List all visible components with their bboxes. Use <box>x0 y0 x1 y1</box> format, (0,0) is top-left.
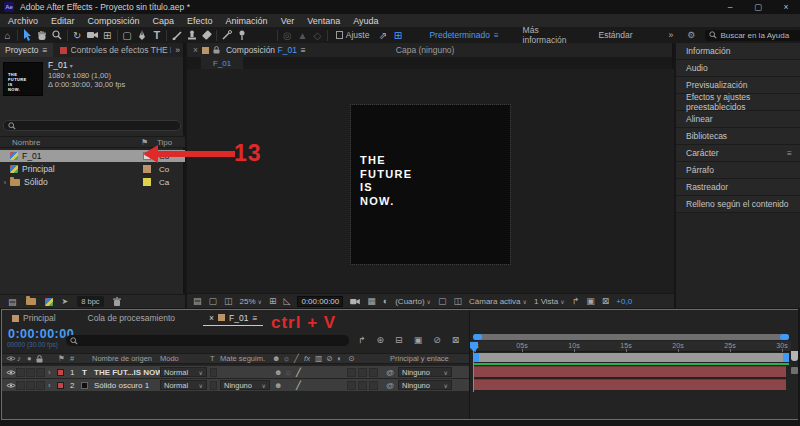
viewer-timecode[interactable]: 0:00:00:00 <box>297 296 343 307</box>
panel-menu-icon[interactable]: ≡ <box>787 148 792 158</box>
panel-alinear[interactable]: Alinear <box>676 111 800 128</box>
3d-switch-icon[interactable]: ⊙ <box>348 354 355 363</box>
close-tab-icon[interactable]: × <box>193 45 198 55</box>
rotate-tool-icon[interactable]: ↻ <box>70 28 85 42</box>
parent-pickwhip-icon[interactable]: @ <box>386 366 394 378</box>
panel-informacion[interactable]: Información <box>676 43 800 60</box>
panel-rastreador[interactable]: Rastreador <box>676 179 800 196</box>
hand-tool-icon[interactable] <box>35 28 50 42</box>
menu-archivo[interactable]: Archivo <box>8 16 38 26</box>
lock-cell[interactable] <box>36 366 45 378</box>
tab-composicion[interactable]: Composición F_01 <box>226 45 297 55</box>
panel-audio[interactable]: Audio <box>676 60 800 77</box>
matte-t-cell[interactable] <box>210 379 217 391</box>
text-layer[interactable]: THE FUTURE IS NOW. <box>360 154 412 208</box>
eye-icon[interactable] <box>6 366 16 378</box>
tab-proyecto[interactable]: Proyecto ≡ <box>0 43 53 57</box>
timeline-timecode[interactable]: 0:00:00:00 <box>8 327 74 341</box>
label-column-icon[interactable]: ⚑ <box>58 354 65 363</box>
mode-dropdown[interactable]: Normal∨ <box>160 379 207 391</box>
switch-cell[interactable] <box>369 366 378 378</box>
monitor-icon[interactable]: ▢ <box>209 296 218 306</box>
tab-principal[interactable]: Principal <box>23 313 56 323</box>
work-area-end-handle[interactable] <box>783 353 789 362</box>
parent-dropdown[interactable]: Ninguno∨ <box>398 379 452 391</box>
menu-composicion[interactable]: Composición <box>88 16 140 26</box>
matte-t-cell[interactable] <box>210 366 217 378</box>
workspace-mas-informacion[interactable]: Más información <box>523 25 575 45</box>
timeline-search-input[interactable] <box>66 335 349 346</box>
panel-bibliotecas[interactable]: Bibliotecas <box>676 128 800 145</box>
region-of-interest-icon[interactable]: ▢ <box>438 296 447 306</box>
tab-capa[interactable]: Capa (ninguno) <box>396 45 455 55</box>
timeline-nav-scrollbar[interactable] <box>473 334 789 340</box>
expander-icon[interactable]: › <box>0 179 10 186</box>
label-swatch[interactable] <box>57 366 64 378</box>
send-icon[interactable]: ➤ <box>62 297 69 306</box>
brush-tool-icon[interactable] <box>169 28 184 42</box>
roto-brush-tool-icon[interactable] <box>219 28 234 42</box>
expand-icon[interactable]: ⇗ <box>375 28 390 42</box>
project-search-input[interactable] <box>3 120 181 131</box>
shy-icon[interactable]: ☻ <box>274 366 282 378</box>
transparency-grid-icon[interactable]: ▦ <box>367 296 376 306</box>
shy-icon[interactable]: ☻ <box>274 379 282 391</box>
footage-icon[interactable]: ▤ <box>8 297 17 307</box>
camera-tool-icon[interactable] <box>85 28 100 42</box>
menu-capa[interactable]: Capa <box>153 16 175 26</box>
switch-cell[interactable] <box>358 366 367 378</box>
tab-f01-active[interactable]: × F_01 ≡ <box>203 310 263 326</box>
item-name[interactable]: F_01 ▾ <box>48 60 73 70</box>
workspace-overflow-icon[interactable]: » <box>669 30 674 40</box>
close-tab-icon[interactable]: × <box>209 313 214 323</box>
panel-menu-icon[interactable]: ≡ <box>301 45 306 55</box>
mini-flowchart-icon[interactable]: ↱ <box>358 335 366 345</box>
menu-editar[interactable]: Editar <box>51 16 75 26</box>
panel-relleno-contenido[interactable]: Relleno según el contenido <box>676 196 800 213</box>
tab-overflow-icon[interactable]: » <box>175 45 180 55</box>
frame-blending-icon[interactable]: ▣ <box>414 335 423 345</box>
parent-link-column[interactable]: Principal y enlace <box>390 354 449 363</box>
lock-cell[interactable] <box>36 379 45 391</box>
workspace-predeterminado[interactable]: Predeterminado <box>429 30 489 40</box>
nav-handle-right[interactable] <box>780 334 789 340</box>
mask-visibility-icon[interactable]: ◺ <box>284 296 291 306</box>
matte-t-column[interactable]: T <box>210 354 215 363</box>
mode-column[interactable]: Modo <box>160 354 179 363</box>
draft-3d-icon[interactable]: ⊛ <box>377 335 385 345</box>
workspace-settings-icon[interactable]: ⚙ <box>687 30 695 40</box>
layer-bar-1[interactable] <box>473 366 786 377</box>
flowchart-icon[interactable]: ⊠ <box>602 296 610 306</box>
solo-cell[interactable] <box>26 366 35 378</box>
switch-cell[interactable] <box>358 379 367 391</box>
stamp-tool-icon[interactable] <box>184 28 199 42</box>
column-nombre[interactable]: Nombre <box>0 138 141 147</box>
exposure-value[interactable]: +0,0 <box>616 297 632 306</box>
view-layout-dropdown[interactable]: 1 Vista∨ <box>534 297 565 306</box>
composition-canvas[interactable]: THE FUTURE IS NOW. <box>351 105 510 264</box>
expander-icon[interactable]: › <box>48 366 51 378</box>
label-swatch[interactable] <box>143 165 151 173</box>
timeline-button-icon[interactable]: ▣ <box>586 296 595 306</box>
source-name-column[interactable]: Nombre de origen <box>92 354 152 363</box>
hide-shy-icon[interactable]: ⊟ <box>395 335 403 345</box>
label-swatch[interactable] <box>57 379 64 391</box>
eye-icon[interactable] <box>6 379 16 391</box>
motion-blur-icon[interactable]: ⊘ <box>433 335 441 345</box>
workspace-menu-icon[interactable]: ≡ <box>494 31 499 40</box>
pan-behind-tool-icon[interactable]: ⊞ <box>100 28 115 42</box>
menu-ventana[interactable]: Ventana <box>307 16 340 26</box>
switch-cell[interactable] <box>347 366 356 378</box>
number-column[interactable]: # <box>70 354 74 363</box>
shy-switch-icon[interactable]: ☻ <box>272 354 280 363</box>
close-button[interactable]: × <box>772 0 800 14</box>
collapse-switch-icon[interactable]: ☼ <box>283 354 290 363</box>
layer-name[interactable]: Sólido oscuro 1 <box>94 379 149 391</box>
snapshot-icon[interactable]: ▤ <box>193 296 202 306</box>
quality-switch-icon[interactable]: ╱ <box>294 354 299 363</box>
trash-icon[interactable] <box>113 297 121 307</box>
menu-ver[interactable]: Ver <box>281 16 295 26</box>
audio-cell[interactable] <box>16 366 25 378</box>
layer-name[interactable]: THE FUT...IS NOW. <box>94 366 165 378</box>
camera-dropdown[interactable]: Cámara activa∨ <box>469 297 527 306</box>
